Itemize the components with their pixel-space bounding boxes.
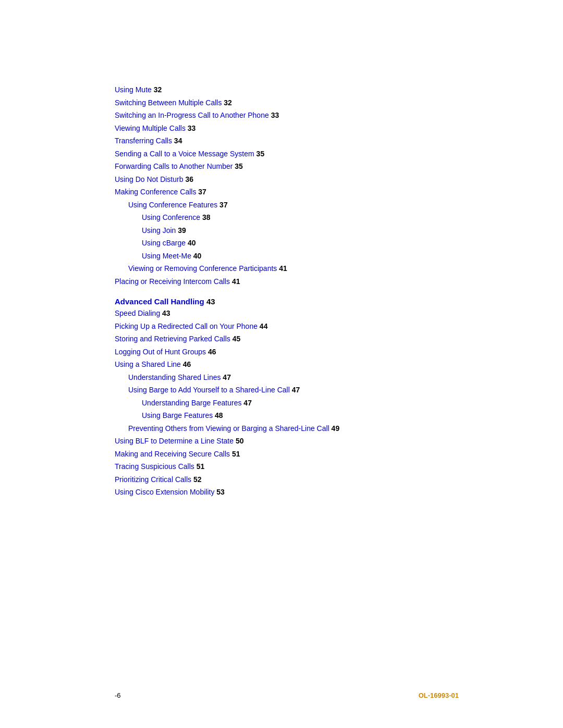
page-num-using-meet-me: 40 — [193, 252, 202, 260]
page-num-placing-receiving-intercom-calls: 41 — [232, 277, 240, 286]
page-num-understanding-barge-features: 47 — [243, 399, 252, 407]
page-num-using-blf-determine-line-state: 50 — [236, 437, 244, 445]
page-num-sending-call-voice-message: 35 — [256, 150, 265, 158]
page-num-logging-out-hunt-groups: 46 — [208, 348, 216, 356]
page-num-using-barge-features: 48 — [215, 411, 223, 419]
toc-entry-using-barge-to-add-yourself[interactable]: Using Barge to Add Yourself to a Shared-… — [115, 384, 459, 397]
page-num-speed-dialing: 43 — [162, 309, 170, 317]
page-num-using-conference: 38 — [202, 213, 211, 221]
toc-entry-switching-in-progress-call[interactable]: Switching an In-Progress Call to Another… — [115, 109, 459, 122]
page-num-preventing-others-viewing-barging: 49 — [332, 424, 340, 433]
toc-entry-using-barge-features[interactable]: Using Barge Features 48 — [115, 409, 459, 422]
toc-entry-forwarding-calls-another-number[interactable]: Forwarding Calls to Another Number 35 — [115, 160, 459, 173]
page-num-using-shared-line: 46 — [183, 360, 191, 368]
toc-entry-sending-call-voice-message[interactable]: Sending a Call to a Voice Message System… — [115, 147, 459, 161]
advanced-entries: Speed Dialing 43Picking Up a Redirected … — [115, 307, 459, 499]
toc-entry-using-meet-me[interactable]: Using Meet-Me 40 — [115, 250, 459, 263]
section-header-advanced-call-handling[interactable]: Advanced Call Handling 43 — [115, 297, 459, 306]
page-num-making-receiving-secure-calls: 51 — [232, 450, 240, 458]
page-num-understanding-shared-lines: 47 — [223, 373, 231, 381]
toc-entry-viewing-removing-conference-participants[interactable]: Viewing or Removing Conference Participa… — [115, 262, 459, 275]
toc-entry-picking-up-redirected-call[interactable]: Picking Up a Redirected Call on Your Pho… — [115, 320, 459, 333]
page-num-switching-in-progress-call: 33 — [271, 111, 279, 119]
page-container: Using Mute 32Switching Between Multiple … — [0, 0, 563, 728]
toc-entry-using-mute[interactable]: Using Mute 32 — [115, 83, 459, 96]
page-num-using-cbarge: 40 — [188, 239, 196, 247]
page-num-picking-up-redirected-call: 44 — [260, 322, 268, 330]
toc-entry-placing-receiving-intercom-calls[interactable]: Placing or Receiving Intercom Calls 41 — [115, 275, 459, 288]
toc-entry-speed-dialing[interactable]: Speed Dialing 43 — [115, 307, 459, 320]
toc-entry-understanding-barge-features[interactable]: Understanding Barge Features 47 — [115, 397, 459, 410]
page-num-advanced-call-handling: 43 — [206, 297, 215, 306]
toc-entry-tracing-suspicious-calls[interactable]: Tracing Suspicious Calls 51 — [115, 460, 459, 473]
toc-entry-storing-retrieving-parked-calls[interactable]: Storing and Retrieving Parked Calls 45 — [115, 332, 459, 346]
toc-entry-making-receiving-secure-calls[interactable]: Making and Receiving Secure Calls 51 — [115, 448, 459, 461]
footer-page-number: -6 — [115, 692, 121, 699]
section-header-area: Advanced Call Handling 43 — [115, 297, 459, 306]
page-footer: -6 OL-16993-01 — [0, 692, 563, 699]
page-num-viewing-multiple-calls: 33 — [188, 124, 196, 132]
toc-entry-using-shared-line[interactable]: Using a Shared Line 46 — [115, 358, 459, 371]
toc-entry-using-blf-determine-line-state[interactable]: Using BLF to Determine a Line State 50 — [115, 435, 459, 448]
toc-entry-viewing-multiple-calls[interactable]: Viewing Multiple Calls 33 — [115, 122, 459, 135]
page-num-using-join: 39 — [178, 226, 186, 235]
toc-entry-making-conference-calls[interactable]: Making Conference Calls 37 — [115, 186, 459, 199]
toc-entry-using-join[interactable]: Using Join 39 — [115, 224, 459, 237]
page-num-using-mute: 32 — [154, 85, 162, 94]
page-num-using-cisco-extension-mobility: 53 — [216, 488, 225, 496]
toc-entry-using-do-not-disturb[interactable]: Using Do Not Disturb 36 — [115, 173, 459, 186]
page-num-tracing-suspicious-calls: 51 — [197, 462, 205, 471]
page-num-viewing-removing-conference-participants: 41 — [279, 264, 287, 273]
page-num-forwarding-calls-another-number: 35 — [235, 162, 243, 170]
page-num-switching-between-multiple-calls: 32 — [224, 98, 232, 107]
toc-entry-using-cbarge[interactable]: Using cBarge 40 — [115, 237, 459, 250]
toc-entry-using-conference[interactable]: Using Conference 38 — [115, 211, 459, 224]
page-num-making-conference-calls: 37 — [198, 188, 206, 196]
page-num-using-conference-features: 37 — [219, 201, 228, 209]
toc-entry-preventing-others-viewing-barging[interactable]: Preventing Others from Viewing or Bargin… — [115, 422, 459, 435]
toc-entry-transferring-calls[interactable]: Transferring Calls 34 — [115, 134, 459, 147]
toc-entry-using-cisco-extension-mobility[interactable]: Using Cisco Extension Mobility 53 — [115, 486, 459, 499]
toc-entry-switching-between-multiple-calls[interactable]: Switching Between Multiple Calls 32 — [115, 96, 459, 109]
page-num-prioritizing-critical-calls: 52 — [193, 475, 202, 484]
toc-entry-prioritizing-critical-calls[interactable]: Prioritizing Critical Calls 52 — [115, 473, 459, 486]
toc-entry-logging-out-hunt-groups[interactable]: Logging Out of Hunt Groups 46 — [115, 346, 459, 359]
footer-doc-id: OL-16993-01 — [419, 692, 459, 699]
page-num-using-barge-to-add-yourself: 47 — [292, 386, 300, 394]
page-num-storing-retrieving-parked-calls: 45 — [232, 335, 241, 343]
page-num-using-do-not-disturb: 36 — [185, 175, 193, 183]
toc-entry-understanding-shared-lines[interactable]: Understanding Shared Lines 47 — [115, 371, 459, 384]
toc-entry-using-conference-features[interactable]: Using Conference Features 37 — [115, 199, 459, 212]
toc-entries: Using Mute 32Switching Between Multiple … — [115, 83, 459, 288]
page-num-transferring-calls: 34 — [174, 137, 182, 145]
